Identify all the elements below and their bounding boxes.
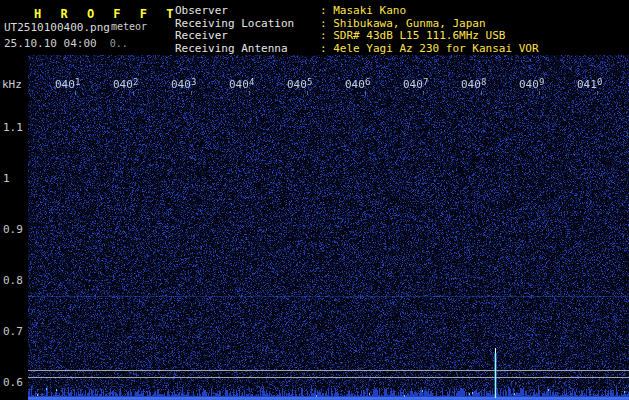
info-label: Receiver (175, 30, 320, 43)
time-axis: 0401040204030404040504060407040804090410 (0, 78, 629, 94)
meteor-tag: meteor (111, 21, 147, 32)
info-value: SDR# 43dB L15 111.6MHz USB (333, 29, 505, 42)
frequency-tick-label: 1 (3, 172, 10, 185)
frequency-axis: 1.110.90.80.70.6 (0, 0, 28, 400)
frequency-tick-label: 0.8 (3, 274, 23, 287)
time-tick-label: 0407 (403, 78, 428, 91)
time-tick-label: 0401 (55, 78, 80, 91)
spectrogram-plot (28, 55, 629, 400)
station-info: Observer: Masaki KanoReceiving Location:… (175, 5, 539, 55)
info-label: Observer (175, 5, 320, 18)
info-separator: : (320, 4, 333, 17)
info-value: Masaki Kano (333, 4, 406, 17)
info-separator: : (320, 29, 333, 42)
datetime-suffix: 0.. (110, 38, 128, 49)
info-value: Shibukawa, Gunma, Japan (333, 17, 485, 30)
app-title: H R O F F T (34, 7, 179, 21)
time-tick-label: 0409 (519, 78, 544, 91)
time-tick-label: 0403 (171, 78, 196, 91)
time-tick-label: 0408 (461, 78, 486, 91)
info-separator: : (320, 42, 333, 55)
info-separator: : (320, 17, 333, 30)
hrofft-screen: H R O F F T UT2510100400.pngmeteor 25.10… (0, 0, 629, 400)
time-tick-label: 0404 (229, 78, 254, 91)
time-tick-label: 0405 (287, 78, 312, 91)
frequency-tick-label: 0.9 (3, 223, 23, 236)
frequency-tick-label: 1.1 (3, 121, 23, 134)
spectrogram-canvas (28, 55, 629, 400)
time-tick-label: 0406 (345, 78, 370, 91)
info-value: 4ele Yagi Az 230 for Kansai VOR (333, 42, 538, 55)
time-tick-label: 0402 (113, 78, 138, 91)
info-label: Receiving Antenna (175, 43, 320, 56)
frequency-tick-label: 0.6 (3, 376, 23, 389)
info-row: Receiving Antenna: 4ele Yagi Az 230 for … (175, 43, 539, 56)
time-tick-label: 0410 (577, 78, 602, 91)
frequency-tick-label: 0.7 (3, 325, 23, 338)
